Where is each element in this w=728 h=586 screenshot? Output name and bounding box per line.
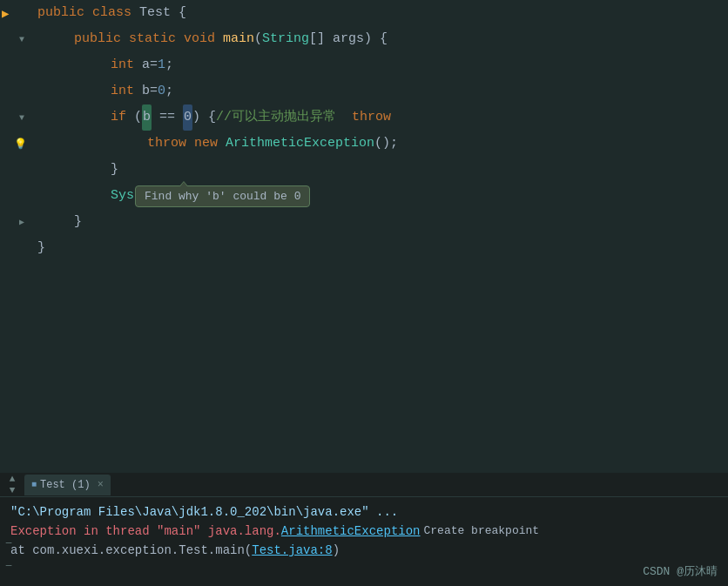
- code-line-7: }: [30, 157, 728, 183]
- token: String: [262, 26, 309, 52]
- console-stacktrace-link[interactable]: Test.java:8: [252, 541, 332, 560]
- line-num-1: ▶: [0, 0, 30, 26]
- token: ();: [374, 131, 398, 157]
- tab-label: Test (1): [40, 479, 91, 491]
- console-text-1: "C:\Program Files\Java\jdk1.8.0_202\bin\…: [10, 502, 398, 522]
- token: int: [111, 52, 142, 78]
- console-tab-bar: ▲ ▼ ■ Test (1) ×: [0, 473, 728, 497]
- token: }: [74, 209, 82, 235]
- nav-down-icon[interactable]: ▼: [3, 485, 21, 495]
- token: int: [111, 78, 142, 104]
- code-line-1: public class Test {: [30, 0, 728, 26]
- code-line-2: public static void main(String[] args) {: [30, 26, 728, 52]
- code-line-9: }: [30, 209, 728, 235]
- token: b=: [142, 78, 158, 104]
- code-line-6: throw new ArithmeticException();: [30, 131, 728, 157]
- token: main: [223, 26, 254, 52]
- token: throw: [352, 104, 391, 131]
- token: }: [111, 157, 118, 183]
- token: //可以主动抛出异常: [216, 104, 352, 131]
- token: public: [74, 26, 129, 52]
- token: ArithmeticException: [226, 131, 374, 157]
- console-text-2-prefix: Exception in thread "main" java.lang.: [10, 522, 281, 541]
- lightbulb-6[interactable]: 💡: [14, 138, 27, 151]
- line-num-4: [0, 78, 30, 104]
- console-tab[interactable]: ■ Test (1) ×: [24, 475, 111, 495]
- tooltip-text: Find why 'b' could be 0: [145, 190, 300, 203]
- console-text-2-suffix[interactable]: Create breakpoint: [424, 522, 540, 541]
- console-line-2: Exception in thread "main" java.lang.Ari…: [10, 522, 718, 541]
- code-line-3: int a=1;: [30, 52, 728, 78]
- token: void: [184, 26, 223, 52]
- token: [] args) {: [309, 26, 388, 52]
- token: b: [142, 104, 152, 131]
- token: ==: [152, 104, 183, 131]
- nav-up-icon[interactable]: ▲: [3, 474, 21, 484]
- token: new: [194, 131, 226, 157]
- line-num-2: ▼: [0, 26, 30, 52]
- token: a=: [142, 52, 158, 78]
- token: throw: [147, 131, 194, 157]
- fold-2[interactable]: ▼: [19, 35, 24, 44]
- fold-5[interactable]: ▼: [19, 113, 24, 123]
- code-line-5: if (b == 0) {//可以主动抛出异常 throw: [30, 104, 728, 131]
- tooltip[interactable]: Find why 'b' could be 0: [135, 185, 310, 207]
- bottom-panel: ▲ ▼ ■ Test (1) × "C:\Program Files\Java\…: [0, 473, 728, 586]
- console-exception-link[interactable]: ArithmeticException: [281, 522, 421, 541]
- watermark: CSDN @历沐晴: [643, 563, 718, 579]
- token: (: [254, 26, 262, 52]
- side-nav-icon-2: —: [6, 560, 12, 570]
- token: (: [134, 104, 142, 131]
- fold-9[interactable]: ▶: [19, 217, 24, 227]
- token: 0: [158, 78, 165, 104]
- code-content: public class Test { public static void m…: [30, 0, 728, 473]
- token: }: [37, 235, 45, 261]
- arrow-1: ▶: [2, 6, 9, 21]
- code-line-10: }: [30, 235, 728, 261]
- line-num-9: ▶: [0, 209, 30, 235]
- line-num-7: [0, 157, 30, 183]
- token: ;: [165, 78, 173, 104]
- token: ) {: [192, 104, 216, 131]
- line-num-8: [0, 183, 30, 209]
- token: 1: [158, 52, 165, 78]
- line-num-6: 💡: [0, 131, 30, 157]
- console-area: "C:\Program Files\Java\jdk1.8.0_202\bin\…: [0, 497, 728, 565]
- token: if: [111, 104, 134, 131]
- console-text-3-suffix: ): [333, 541, 340, 560]
- code-line-4: int b=0;: [30, 78, 728, 104]
- side-nav-icon-1: —: [6, 537, 12, 548]
- tab-icon: ■: [31, 480, 37, 489]
- token: ;: [165, 52, 173, 78]
- line-num-3: [0, 52, 30, 78]
- token: static: [129, 26, 184, 52]
- token: 0: [183, 104, 192, 131]
- line-num-10: [0, 235, 30, 261]
- token: Test {: [139, 0, 186, 26]
- token: public: [37, 0, 92, 26]
- line-numbers: ▶ ▼ ▼ 💡 ▶: [0, 0, 30, 473]
- console-text-3-prefix: at com.xuexi.exception.Test.main(: [10, 541, 252, 560]
- token: class: [92, 0, 139, 26]
- console-line-3: at com.xuexi.exception.Test.main(Test.ja…: [10, 541, 718, 560]
- editor-area: ▶ ▼ ▼ 💡 ▶ public class Test { public sta…: [0, 0, 728, 473]
- line-num-5: ▼: [0, 104, 30, 131]
- tab-close-icon[interactable]: ×: [98, 479, 104, 491]
- console-line-1: "C:\Program Files\Java\jdk1.8.0_202\bin\…: [10, 502, 718, 522]
